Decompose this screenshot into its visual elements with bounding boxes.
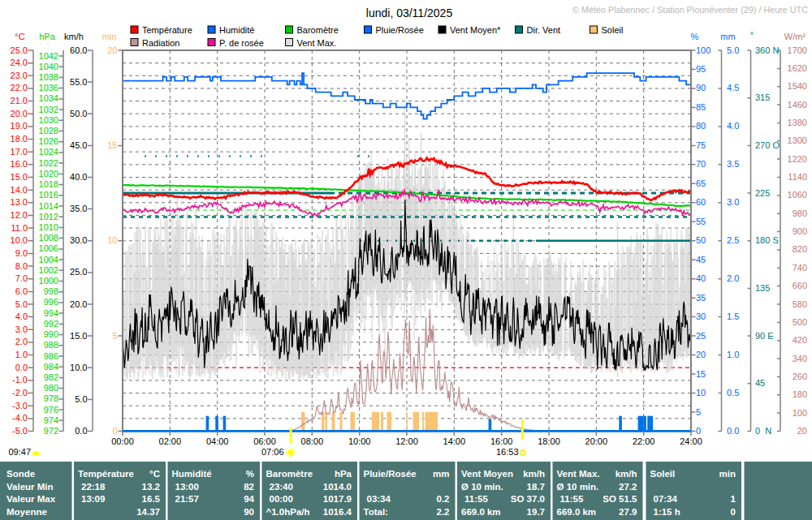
svg-text:02:00: 02:00 (159, 436, 182, 446)
svg-text:30: 30 (696, 312, 706, 321)
svg-text:Température: Température (142, 25, 192, 35)
svg-text:5.0: 5.0 (727, 45, 739, 55)
svg-text:Radiation: Radiation (142, 38, 179, 48)
svg-text:0 N: 0 N (755, 426, 771, 436)
svg-text:8.0: 8.0 (15, 261, 28, 271)
svg-text:04:00: 04:00 (206, 436, 229, 446)
svg-text:35.0: 35.0 (70, 204, 87, 213)
svg-text:1014: 1014 (39, 201, 58, 211)
svg-text:11:55: 11:55 (560, 494, 584, 504)
svg-text:978: 978 (44, 393, 58, 403)
svg-text:00:00: 00:00 (111, 436, 134, 446)
svg-text:Sonde: Sonde (6, 469, 35, 479)
svg-text:00:00: 00:00 (270, 494, 293, 504)
svg-text:18.7: 18.7 (527, 482, 545, 492)
svg-text:9.0: 9.0 (15, 248, 28, 258)
svg-text:1004: 1004 (39, 255, 58, 264)
svg-text:180 S: 180 S (755, 235, 779, 245)
svg-text:23:40: 23:40 (270, 482, 293, 492)
svg-text:15: 15 (696, 369, 706, 379)
svg-text:18.0: 18.0 (11, 134, 28, 144)
svg-text:SO 37.0: SO 37.0 (511, 494, 545, 504)
svg-text:0.2: 0.2 (437, 494, 450, 504)
svg-text:13:09: 13:09 (81, 494, 105, 504)
svg-text:20: 20 (107, 45, 117, 55)
svg-text:Humidité: Humidité (219, 25, 254, 35)
svg-text:min: min (102, 32, 117, 41)
svg-text:16:00: 16:00 (490, 436, 513, 446)
svg-text:180: 180 (793, 389, 807, 399)
svg-text:980: 980 (793, 208, 807, 218)
svg-text:1034: 1034 (39, 93, 58, 103)
svg-text:40.0: 40.0 (70, 172, 87, 182)
svg-text:30.0: 30.0 (70, 235, 87, 245)
svg-text:1.0: 1.0 (727, 350, 739, 359)
svg-text:80: 80 (696, 121, 706, 131)
svg-text:°C: °C (15, 32, 24, 41)
svg-text:22:18: 22:18 (81, 482, 106, 492)
svg-text:20:00: 20:00 (585, 436, 608, 446)
svg-text:669.0 km: 669.0 km (557, 507, 597, 517)
svg-text:09:47: 09:47 (9, 447, 32, 457)
svg-text:10: 10 (696, 388, 706, 398)
svg-text:50.0: 50.0 (70, 109, 87, 118)
svg-text:15.0: 15.0 (11, 172, 28, 182)
svg-text:06:00: 06:00 (253, 436, 276, 446)
svg-text:0: 0 (696, 426, 701, 436)
svg-text:20: 20 (696, 350, 706, 359)
svg-text:17.0: 17.0 (11, 147, 28, 157)
svg-text:340: 340 (793, 354, 807, 363)
svg-text:990: 990 (44, 329, 58, 339)
svg-text:Pluie/Rosée: Pluie/Rosée (376, 25, 424, 35)
svg-text:27.9: 27.9 (619, 507, 637, 517)
svg-text:660: 660 (793, 281, 807, 290)
svg-text:1032: 1032 (39, 105, 58, 114)
svg-text:Température: Température (78, 469, 134, 479)
svg-text:0.0: 0.0 (727, 426, 739, 436)
svg-text:974: 974 (44, 415, 58, 425)
svg-text:90 E: 90 E (755, 331, 774, 341)
svg-text:22.0: 22.0 (11, 83, 28, 92)
svg-text:25.0: 25.0 (11, 45, 28, 55)
svg-text:1042: 1042 (39, 51, 58, 61)
svg-text:992: 992 (44, 319, 58, 329)
svg-text:1024: 1024 (39, 147, 58, 157)
svg-text:95: 95 (696, 64, 706, 74)
svg-text:10.0: 10.0 (11, 235, 28, 245)
svg-text:19.0: 19.0 (11, 121, 28, 131)
svg-text:Dir. Vent: Dir. Vent (527, 25, 561, 35)
svg-text:Humidité: Humidité (172, 469, 212, 479)
svg-text:1002: 1002 (39, 265, 58, 275)
svg-text:20.0: 20.0 (70, 299, 87, 309)
svg-text:18:00: 18:00 (538, 436, 560, 446)
svg-text:1040: 1040 (39, 62, 58, 71)
svg-text:25.0: 25.0 (70, 267, 87, 277)
svg-text:10: 10 (107, 235, 117, 245)
svg-text:Ø 10 min.: Ø 10 min. (461, 482, 503, 492)
svg-text:50: 50 (696, 235, 706, 245)
svg-text:994: 994 (44, 308, 58, 318)
svg-text:°C: °C (149, 469, 160, 479)
svg-text:12.0: 12.0 (11, 210, 28, 220)
svg-text:21.0: 21.0 (11, 96, 28, 105)
svg-text:55.0: 55.0 (70, 77, 87, 87)
svg-text:1460: 1460 (788, 100, 807, 110)
svg-text:85: 85 (696, 102, 706, 112)
svg-text:P. de rosée: P. de rosée (219, 38, 264, 48)
svg-text:980: 980 (44, 383, 58, 393)
svg-text:13.2: 13.2 (142, 482, 160, 492)
svg-text:1: 1 (731, 494, 736, 504)
svg-text:740: 740 (793, 263, 807, 273)
svg-text:1026: 1026 (39, 136, 58, 146)
svg-text:1010: 1010 (39, 222, 58, 232)
svg-text:5.0: 5.0 (75, 394, 87, 404)
svg-text:24.0: 24.0 (11, 58, 28, 67)
svg-text:1030: 1030 (39, 115, 58, 125)
svg-text:10.0: 10.0 (70, 363, 87, 372)
svg-text:70: 70 (696, 159, 706, 169)
svg-text:20: 20 (797, 426, 807, 436)
svg-text:1220: 1220 (788, 154, 807, 164)
svg-text:976: 976 (44, 405, 58, 415)
svg-text:Moyenne: Moyenne (6, 507, 47, 517)
svg-text:km/h: km/h (523, 469, 545, 479)
